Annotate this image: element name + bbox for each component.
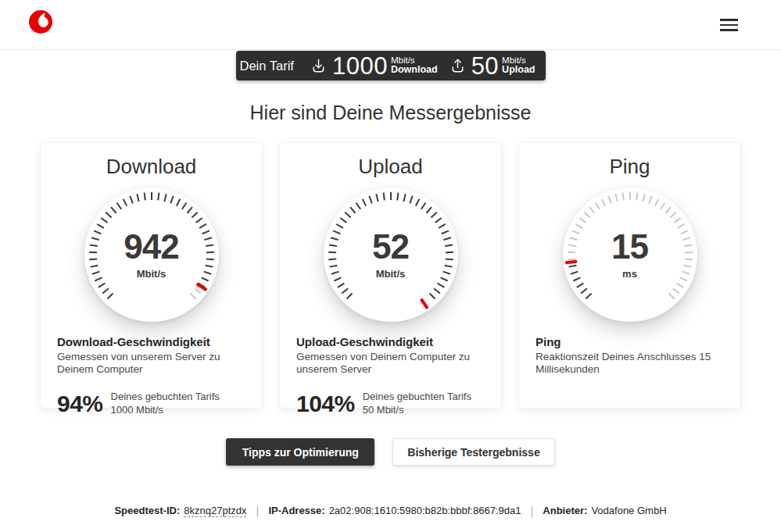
result-card-upload: Upload 52 Mbit/s Upload-Geschwindigkeit … (279, 142, 502, 409)
download-percent-line1: Deines gebuchten Tarifs (111, 391, 220, 404)
download-gauge: 942 Mbit/s (84, 187, 219, 322)
ping-info: Ping Reaktionszeit Deines Anschlusses 15… (536, 335, 724, 376)
gauge-tick (629, 192, 631, 200)
footer-separator: | (530, 504, 533, 517)
ping-unit: ms (622, 268, 637, 280)
gauge-tick (328, 252, 336, 253)
download-gauge-readout: 942 Mbit/s (84, 187, 219, 322)
tariff-upload-value: 50 (471, 54, 499, 78)
upload-percent-desc: Deines gebuchten Tarifs 50 Mbit/s (363, 391, 471, 417)
card-title-ping: Ping (536, 155, 724, 179)
upload-value: 52 (372, 230, 409, 264)
upload-info: Upload-Geschwindigkeit Gemessen von Dein… (296, 335, 485, 376)
tariff-upload-label: Upload (502, 65, 535, 76)
upload-info-title: Upload-Geschwindigkeit (296, 335, 485, 348)
menu-icon[interactable] (720, 19, 738, 31)
tariff-label: Dein Tarif (240, 59, 294, 73)
card-title-download: Download (57, 155, 245, 179)
ping-value: 15 (611, 230, 648, 264)
ip-label: IP-Adresse: (268, 505, 324, 516)
gauge-tick (206, 252, 213, 253)
menu-bar (720, 29, 738, 31)
ping-gauge-readout: 15 ms (563, 187, 697, 322)
vodafone-logo-icon[interactable] (29, 10, 52, 34)
upload-icon (449, 57, 467, 75)
ping-info-title: Ping (536, 335, 724, 348)
upload-unit: Mbit/s (376, 268, 406, 280)
download-icon (310, 57, 328, 75)
tips-button[interactable]: Tipps zur Optimierung (226, 438, 374, 466)
ip-value: 2a02:908:1610:5980:b82b:bbbf:8667:9da1 (329, 505, 521, 516)
gauge-tick (684, 252, 692, 253)
speedtest-id-label: Speedtest-ID: (114, 505, 180, 516)
gauge-tick (568, 252, 575, 253)
ping-info-desc: Reaktionszeit Deines Anschlusses 15 Mill… (536, 351, 722, 376)
previous-results-button[interactable]: Bisherige Testergebnisse (392, 438, 554, 466)
page-title: Hier sind Deine Messergebnisse (0, 102, 781, 124)
tariff-upload-unit-block: Mbit/s Upload (502, 55, 535, 76)
gauge-tick (390, 192, 392, 200)
gauge-tick (445, 252, 453, 253)
download-percent: 94% (57, 391, 103, 417)
upload-percent-line2: 50 Mbit/s (363, 404, 471, 417)
footer-separator: | (256, 504, 259, 517)
tariff-bar: Dein Tarif 1000 Mbit/s Download 50 Mbit/… (236, 51, 546, 80)
download-info-desc: Gemessen von unserem Server zu Deinem Co… (57, 351, 243, 376)
provider-label: Anbieter: (543, 505, 587, 516)
download-info-title: Download-Geschwindigkeit (57, 335, 245, 348)
result-card-download: Download 942 Mbit/s Download-Geschwindig… (40, 142, 263, 409)
upload-percent-row: 104% Deines gebuchten Tarifs 50 Mbit/s (296, 391, 485, 417)
tariff-download-unit-block: Mbit/s Download (391, 55, 438, 76)
download-percent-row: 94% Deines gebuchten Tarifs 1000 Mbit/s (57, 391, 245, 417)
download-percent-line2: 1000 Mbit/s (111, 404, 220, 417)
actions-row: Tipps zur Optimierung Bisherige Testerge… (0, 438, 781, 466)
gauge-tick (151, 192, 152, 200)
upload-gauge: 52 Mbit/s (324, 187, 458, 322)
results-row: Download 942 Mbit/s Download-Geschwindig… (40, 142, 741, 409)
gauge-tick (89, 252, 97, 253)
result-card-ping: Ping 15 ms Ping Reaktionszeit Deines Ans… (518, 142, 741, 409)
download-value: 942 (124, 230, 178, 264)
download-info: Download-Geschwindigkeit Gemessen von un… (57, 335, 245, 376)
menu-bar (720, 24, 738, 27)
menu-bar (720, 19, 738, 21)
card-title-upload: Upload (296, 155, 485, 179)
upload-percent: 104% (296, 391, 355, 417)
ping-gauge: 15 ms (563, 187, 697, 322)
provider-value: Vodafone GmbH (591, 505, 666, 516)
download-unit: Mbit/s (137, 268, 167, 280)
tariff-download-value: 1000 (332, 54, 388, 78)
upload-percent-line1: Deines gebuchten Tarifs (363, 391, 471, 404)
tariff-download-label: Download (391, 65, 438, 76)
upload-info-desc: Gemessen von Deinem Computer zu unserem … (296, 351, 482, 376)
upload-gauge-readout: 52 Mbit/s (324, 187, 458, 322)
header (0, 0, 781, 50)
footer-meta: Speedtest-ID: 8kznq27ptzdx | IP-Adresse:… (0, 504, 781, 517)
speedtest-id-value[interactable]: 8kznq27ptzdx (184, 505, 246, 517)
download-percent-desc: Deines gebuchten Tarifs 1000 Mbit/s (111, 391, 220, 417)
